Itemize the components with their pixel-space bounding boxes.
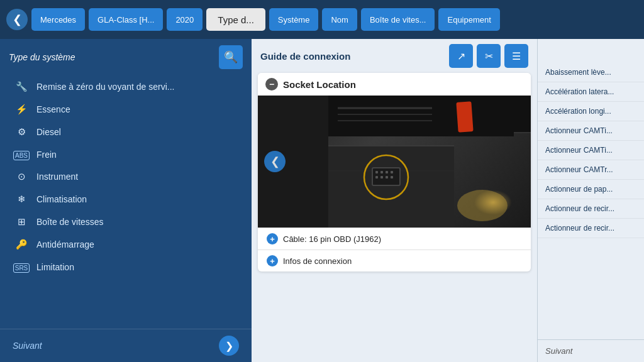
search-icon: 🔍	[224, 50, 238, 64]
info-plus-icon: +	[267, 255, 278, 266]
menu-icon-essence: ⚡	[13, 104, 30, 115]
menu-label-essence: Essence	[36, 104, 239, 114]
search-button[interactable]: 🔍	[219, 45, 243, 69]
svg-rect-10	[375, 176, 378, 178]
right-item-5[interactable]: Actionneur CAMTr...	[538, 160, 644, 180]
list-icon: ☰	[512, 50, 521, 62]
menu-label-climatisation: Climatisation	[36, 194, 239, 204]
tab-year[interactable]: 2020	[167, 8, 203, 31]
menu-label-instrument: Instrument	[36, 172, 239, 182]
socket-title: − Socket Location	[258, 73, 531, 96]
tab-mercedes[interactable]: Mercedes	[31, 8, 85, 31]
svg-rect-15	[456, 101, 473, 133]
tool-icon: ✂	[485, 50, 493, 62]
tab-boite[interactable]: Boîte de vites...	[361, 8, 435, 31]
cable-label: Câble: 16 pin OBD (J1962)	[283, 234, 381, 244]
menu-icon-remise: 🔧	[13, 81, 30, 92]
menu-item-antidemarrage[interactable]: 🔑Antidémarrage	[0, 233, 252, 256]
menu-item-essence[interactable]: ⚡Essence	[0, 98, 252, 121]
center-header-icons: ↗ ✂ ☰	[449, 44, 528, 68]
next-icon: ❯	[225, 340, 233, 352]
suivant-label: Suivant	[13, 341, 42, 351]
tab-type[interactable]: Type d...	[206, 8, 265, 31]
svg-rect-13	[391, 176, 393, 178]
tab-gla-class[interactable]: GLA-Class [H...	[89, 8, 163, 31]
system-menu-list: 🔧Remise à zéro du voyant de servi...⚡Ess…	[0, 73, 252, 329]
menu-label-remise: Remise à zéro du voyant de servi...	[36, 82, 239, 92]
tab-equipement[interactable]: Equipement	[438, 8, 499, 31]
tab-systeme[interactable]: Système	[269, 8, 319, 31]
cable-info-row: + Câble: 16 pin OBD (J1962)	[258, 228, 531, 250]
right-suivant-label: Suivant	[538, 339, 644, 362]
menu-item-remise[interactable]: 🔧Remise à zéro du voyant de servi...	[0, 75, 252, 98]
center-header: Guide de connexion ↗ ✂ ☰	[252, 39, 537, 73]
menu-label-diesel: Diesel	[36, 127, 239, 137]
right-item-0[interactable]: Abaissement lève...	[538, 63, 644, 82]
system-type-title: Type du système	[9, 52, 75, 62]
cable-plus-icon: +	[267, 233, 278, 244]
right-panel: Abaissement lève...Accélération latera..…	[537, 39, 644, 362]
menu-icon-antidemarrage: 🔑	[13, 239, 30, 250]
back-button[interactable]: ❮	[6, 9, 28, 30]
menu-icon-limitation: SRS	[13, 261, 30, 272]
svg-rect-9	[391, 171, 393, 173]
export-icon: ↗	[457, 50, 465, 62]
right-item-6[interactable]: Actionneur de pap...	[538, 180, 644, 199]
menu-item-climatisation[interactable]: ❄Climatisation	[0, 188, 252, 211]
right-items-list: Abaissement lève...Accélération latera..…	[538, 39, 644, 339]
svg-rect-11	[380, 176, 383, 178]
connection-info-row: + Infos de connexion	[258, 250, 531, 272]
menu-icon-frein: ABS	[13, 149, 30, 160]
menu-item-diesel[interactable]: ⚙Diesel	[0, 121, 252, 143]
svg-rect-7	[380, 171, 383, 173]
menu-label-boite: Boîte de vitesses	[36, 217, 239, 227]
menu-icon-diesel: ⚙	[13, 126, 30, 138]
menu-label-limitation: Limitation	[36, 262, 239, 272]
right-item-1[interactable]: Accélération latera...	[538, 82, 644, 102]
svg-point-16	[457, 190, 508, 221]
menu-label-antidemarrage: Antidémarrage	[36, 239, 239, 250]
top-bar: ❮ Mercedes GLA-Class [H... 2020 Type d..…	[0, 0, 644, 39]
right-item-3[interactable]: Actionneur CAMTi...	[538, 121, 644, 141]
socket-image-container: ❮	[258, 96, 531, 228]
minus-icon: −	[265, 78, 278, 90]
menu-icon-climatisation: ❄	[13, 194, 30, 205]
menu-label-frein: Frein	[36, 150, 239, 160]
image-prev-button[interactable]: ❮	[264, 151, 286, 172]
svg-rect-8	[386, 171, 388, 173]
right-item-4[interactable]: Actionneur CAMTi...	[538, 141, 644, 160]
tab-nom[interactable]: Nom	[322, 8, 357, 31]
menu-item-instrument[interactable]: ⊙Instrument	[0, 165, 252, 188]
center-panel: Guide de connexion ↗ ✂ ☰ − Socket Locati…	[252, 39, 537, 362]
menu-item-frein[interactable]: ABSFrein	[0, 143, 252, 165]
menu-item-boite[interactable]: ⊞Boîte de vitesses	[0, 211, 252, 233]
socket-title-text: Socket Location	[283, 79, 356, 90]
left-header: Type du système 🔍	[0, 39, 252, 73]
socket-card: − Socket Location	[258, 73, 531, 272]
infos-label: Infos de connexion	[283, 256, 352, 266]
left-panel: Type du système 🔍 🔧Remise à zéro du voya…	[0, 39, 252, 362]
tool-button[interactable]: ✂	[477, 44, 501, 68]
suivant-row: Suivant ❯	[0, 329, 252, 362]
svg-rect-12	[386, 176, 388, 178]
list-button[interactable]: ☰	[504, 44, 528, 68]
right-item-7[interactable]: Actionneur de recir...	[538, 199, 644, 219]
guide-title: Guide de connexion	[260, 51, 350, 62]
export-button[interactable]: ↗	[449, 44, 473, 68]
menu-item-limitation[interactable]: SRSLimitation	[0, 256, 252, 278]
svg-rect-2	[328, 146, 454, 228]
interior-svg	[258, 96, 531, 228]
svg-rect-6	[375, 171, 378, 173]
menu-icon-instrument: ⊙	[13, 171, 30, 182]
car-interior-image	[258, 96, 531, 228]
right-item-2[interactable]: Accélération longi...	[538, 102, 644, 121]
menu-icon-boite: ⊞	[13, 216, 30, 228]
suivant-button[interactable]: ❯	[219, 336, 239, 356]
left-arrow-icon: ❮	[270, 155, 280, 168]
right-item-8[interactable]: Actionneur de recir...	[538, 219, 644, 238]
main-layout: Type du système 🔍 🔧Remise à zéro du voya…	[0, 39, 644, 362]
